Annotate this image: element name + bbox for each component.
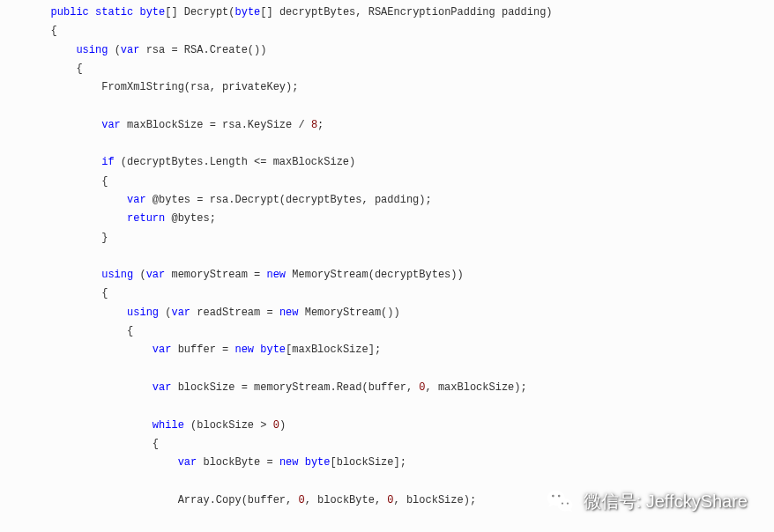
code-line: using (var readStream = new MemoryStream… [0, 304, 774, 322]
code-line: FromXmlString(rsa, privateKey); [0, 78, 774, 97]
code-line: var maxBlockSize = rsa.KeySize / 8; [0, 116, 774, 135]
code-line [0, 97, 774, 115]
code-line: public static byte[] Decrypt(byte[] decr… [0, 4, 774, 22]
code-line: } [0, 229, 774, 248]
code-line: { [0, 284, 774, 303]
code-line: var @bytes = rsa.Decrypt(decryptBytes, p… [0, 191, 774, 210]
wechat-label: 微信号: JeffckyShare [584, 490, 748, 514]
code-line: return @bytes; [0, 210, 774, 228]
code-line: while (blockSize > 0) [0, 417, 774, 435]
code-line: { [0, 22, 774, 41]
svg-point-5 [566, 502, 568, 504]
code-line: { [0, 435, 774, 454]
code-line: var blockSize = memoryStream.Read(buffer… [0, 379, 774, 397]
code-line: { [0, 322, 774, 341]
code-line [0, 397, 774, 416]
code-block: public static byte[] Decrypt(byte[] decr… [0, 0, 774, 532]
code-line [0, 248, 774, 266]
code-line: { [0, 173, 774, 191]
code-line: using (var rsa = RSA.Create()) [0, 41, 774, 60]
code-line: var buffer = new byte[maxBlockSize]; [0, 341, 774, 359]
code-line: var blockByte = new byte[blockSize]; [0, 454, 774, 472]
code-line: using (var memoryStream = new MemoryStre… [0, 266, 774, 284]
wechat-watermark: 微信号: JeffckyShare [545, 486, 748, 516]
code-line: { [0, 60, 774, 78]
svg-point-2 [552, 495, 554, 498]
svg-point-4 [561, 502, 562, 504]
code-line [0, 360, 774, 379]
code-line [0, 135, 774, 153]
code-line: if (decryptBytes.Length <= maxBlockSize) [0, 153, 774, 172]
code-line: var decrypts = rsa.Decrypt(blockByte, pa… [0, 528, 774, 532]
svg-point-3 [557, 495, 560, 498]
wechat-icon [545, 486, 575, 516]
